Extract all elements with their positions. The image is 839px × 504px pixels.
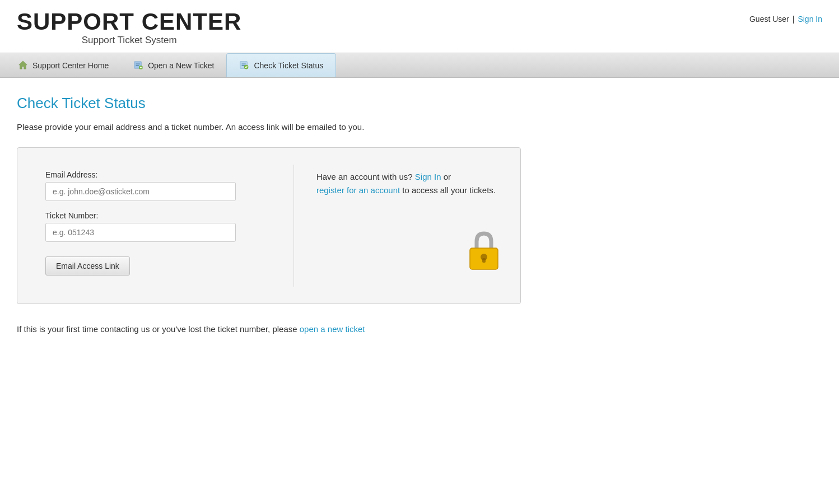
site-title: SUPPORT CENTER xyxy=(17,9,241,35)
guest-label: Guest User xyxy=(749,15,789,24)
right-text-between: or xyxy=(444,172,451,181)
nav-new-ticket-label: Open a New Ticket xyxy=(148,61,214,70)
navbar: Support Center Home Open a New Ticket xyxy=(0,53,839,78)
right-register-link[interactable]: register for an account xyxy=(316,185,400,195)
home-icon xyxy=(18,60,29,71)
lock-icon xyxy=(464,229,504,274)
nav-home-label: Support Center Home xyxy=(32,61,109,70)
svg-marker-0 xyxy=(19,60,27,68)
header-signin-link[interactable]: Sign In xyxy=(798,15,822,24)
lock-icon-container xyxy=(464,229,504,276)
page-description: Please provide your email address and a … xyxy=(17,122,521,132)
form-right-panel: Have an account with us? Sign In or regi… xyxy=(294,165,520,287)
nav-item-home[interactable]: Support Center Home xyxy=(6,53,121,77)
email-label: Email Address: xyxy=(45,170,271,179)
header: SUPPORT CENTER Support Ticket System Gue… xyxy=(0,0,839,53)
logo-area: SUPPORT CENTER Support Ticket System xyxy=(17,9,241,46)
nav-item-check-status[interactable]: Check Ticket Status xyxy=(226,53,336,77)
email-access-link-button[interactable]: Email Access Link xyxy=(45,256,130,276)
form-card: Email Address: Ticket Number: Email Acce… xyxy=(17,147,521,304)
page-title: Check Ticket Status xyxy=(17,95,521,112)
right-text-after: to access all your tickets. xyxy=(402,185,496,195)
ticket-number-group: Ticket Number: xyxy=(45,211,271,242)
form-left-panel: Email Address: Ticket Number: Email Acce… xyxy=(17,165,294,287)
right-panel-text: Have an account with us? Sign In or regi… xyxy=(316,170,496,197)
ticket-number-label: Ticket Number: xyxy=(45,211,271,220)
right-signin-link[interactable]: Sign In xyxy=(415,172,441,181)
ticket-number-input[interactable] xyxy=(45,223,236,242)
email-group: Email Address: xyxy=(45,170,271,201)
bottom-text: If this is your first time contacting us… xyxy=(17,324,521,334)
open-new-ticket-link[interactable]: open a new ticket xyxy=(300,324,365,334)
svg-rect-13 xyxy=(482,258,486,263)
page-content: Check Ticket Status Please provide your … xyxy=(0,78,538,351)
email-input[interactable] xyxy=(45,182,236,201)
nav-item-new-ticket[interactable]: Open a New Ticket xyxy=(121,53,226,77)
new-ticket-icon xyxy=(133,60,145,71)
separator: | xyxy=(793,15,795,24)
site-subtitle: Support Ticket System xyxy=(17,35,241,46)
nav-check-status-label: Check Ticket Status xyxy=(254,61,323,70)
bottom-text-before: If this is your first time contacting us… xyxy=(17,324,297,334)
check-status-icon xyxy=(239,60,250,71)
right-text-before-signin: Have an account with us? xyxy=(316,172,413,181)
user-area: Guest User | Sign In xyxy=(749,9,822,24)
